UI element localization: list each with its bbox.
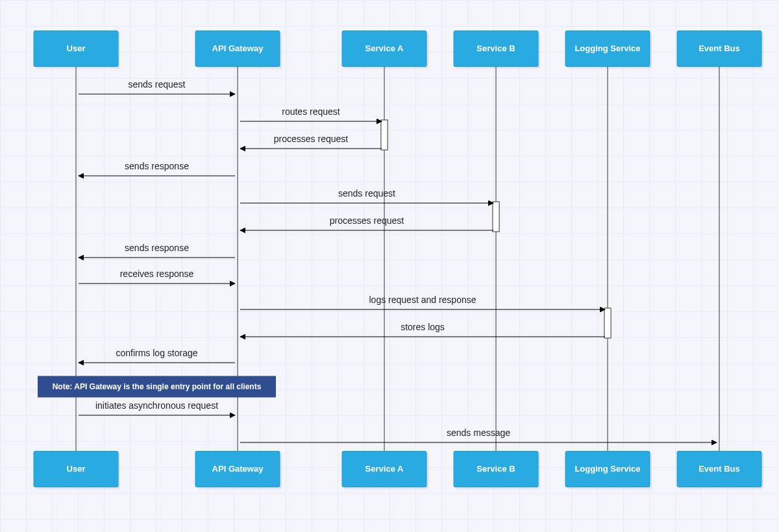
participant-label-log-top: Logging Service [575, 43, 640, 53]
participant-label-svca-top: Service A [365, 43, 404, 53]
message-label-5: processes request [330, 215, 404, 226]
participant-label-user-bottom: User [67, 464, 86, 474]
sequence-diagram: sends requestroutes requestprocesses req… [0, 0, 779, 532]
participant-label-gateway-top: API Gateway [212, 43, 264, 53]
activation-svcb [493, 202, 499, 232]
message-label-10: confirms log storage [116, 348, 197, 358]
message-label-9: stores logs [401, 322, 445, 332]
message-label-8: logs request and response [369, 295, 476, 305]
message-label-1: routes request [282, 106, 340, 117]
message-label-12: sends message [447, 428, 510, 438]
participant-label-bus-bottom: Event Bus [699, 464, 740, 474]
message-label-6: sends response [125, 243, 189, 253]
participant-label-log-bottom: Logging Service [575, 464, 640, 474]
activation-log [604, 308, 611, 338]
participant-label-gateway-bottom: API Gateway [212, 464, 264, 474]
participant-label-svca-bottom: Service A [365, 464, 404, 474]
message-label-4: sends request [338, 188, 395, 199]
participant-label-svcb-top: Service B [476, 43, 515, 53]
message-label-3: sends response [125, 161, 189, 171]
message-label-11: initiates asynchronous request [95, 400, 218, 411]
message-label-0: sends request [129, 79, 186, 90]
message-label-7: receives response [120, 269, 194, 279]
participant-label-bus-top: Event Bus [699, 43, 740, 53]
message-label-2: processes request [274, 134, 349, 144]
activation-svca [381, 120, 388, 150]
participant-label-user-top: User [67, 43, 86, 53]
participant-label-svcb-bottom: Service B [476, 464, 515, 474]
note-label: Note: API Gateway is the single entry po… [53, 382, 262, 391]
